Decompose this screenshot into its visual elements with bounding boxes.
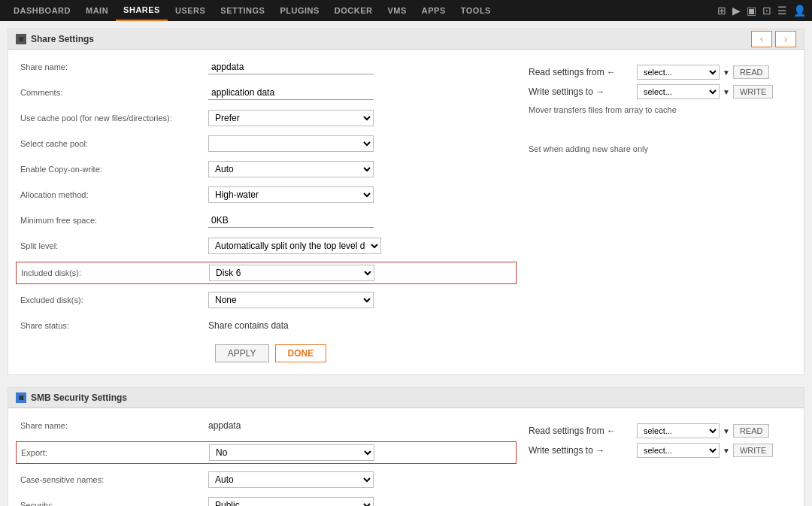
split-level-control: Automatically split only the top level d… bbox=[208, 238, 404, 254]
select-cache-pool-control bbox=[208, 135, 404, 152]
set-adding-note: Set when adding new share only bbox=[529, 144, 792, 153]
export-label: Export: bbox=[21, 448, 209, 457]
share-settings-buttons: APPLY DONE bbox=[20, 344, 521, 362]
security-select[interactable]: Public bbox=[208, 497, 374, 506]
read-button[interactable]: READ bbox=[733, 65, 770, 79]
smb-write-settings-row: Write settings to → select... ▼ WRITE bbox=[529, 443, 792, 458]
allocation-method-row: Allocation method: High-water bbox=[20, 185, 521, 205]
included-disks-select[interactable]: Disk 6 bbox=[209, 265, 374, 281]
smb-read-button[interactable]: READ bbox=[733, 424, 770, 438]
share-status-row: Share status: Share contains data bbox=[20, 316, 521, 335]
comments-row: Comments: bbox=[20, 83, 521, 102]
case-sensitive-row: Case-sensitive names: Auto bbox=[20, 470, 521, 489]
nav-icon-4[interactable]: ⊡ bbox=[762, 5, 771, 17]
enable-cow-select[interactable]: Auto bbox=[208, 161, 374, 177]
write-settings-select[interactable]: select... bbox=[637, 84, 720, 99]
nav-icon-1[interactable]: ⊞ bbox=[717, 5, 726, 17]
split-level-label: Split level: bbox=[20, 241, 208, 250]
smb-settings-content: Share name: appdata Export: No bbox=[20, 416, 792, 506]
share-name-input[interactable] bbox=[208, 60, 374, 74]
smb-share-name-row: Share name: appdata bbox=[20, 416, 521, 435]
case-sensitive-select[interactable]: Auto bbox=[208, 471, 374, 488]
nav-settings[interactable]: SETTINGS bbox=[213, 0, 272, 21]
comments-input[interactable] bbox=[208, 86, 374, 100]
enable-cow-label: Enable Copy-on-write: bbox=[20, 165, 208, 174]
included-disks-label: Included disk(s): bbox=[21, 268, 209, 277]
share-settings-apply-button[interactable]: APPLY bbox=[215, 344, 269, 362]
select-cache-pool-select[interactable] bbox=[208, 135, 374, 152]
min-free-space-input[interactable] bbox=[208, 214, 374, 228]
min-free-space-row: Minimum free space: bbox=[20, 211, 521, 230]
smb-read-settings-row: Read settings from ← select... ▼ READ bbox=[529, 423, 792, 438]
read-settings-select[interactable]: select... bbox=[637, 65, 720, 80]
excluded-disks-select[interactable]: None bbox=[208, 292, 374, 308]
smb-settings-right: Read settings from ← select... ▼ READ Wr… bbox=[529, 416, 792, 506]
share-settings-header: ■ Share Settings ‹ › bbox=[8, 29, 804, 50]
next-button[interactable]: › bbox=[775, 31, 796, 47]
nav-apps[interactable]: APPS bbox=[414, 0, 453, 21]
share-name-control bbox=[208, 60, 404, 74]
nav-dashboard[interactable]: DASHBOARD bbox=[6, 0, 78, 21]
min-free-space-control bbox=[208, 214, 404, 228]
export-control: No bbox=[209, 444, 404, 461]
nav-plugins[interactable]: PLUGINS bbox=[272, 0, 326, 21]
nav-shares[interactable]: SHARES bbox=[116, 0, 168, 21]
share-settings-body: Share name: Comments: Use bbox=[8, 50, 804, 374]
share-settings-title: Share Settings bbox=[31, 34, 94, 44]
nav-tools[interactable]: TOOLS bbox=[453, 0, 498, 21]
smb-read-settings-label: Read settings from ← bbox=[529, 426, 634, 436]
write-button[interactable]: WRITE bbox=[733, 85, 773, 98]
enable-cow-control: Auto bbox=[208, 161, 404, 177]
smb-settings-title: SMB Security Settings bbox=[31, 392, 127, 403]
read-settings-label: Read settings from ← bbox=[529, 67, 634, 77]
security-label: Security: bbox=[20, 501, 208, 506]
share-settings-done-button[interactable]: DONE bbox=[275, 344, 327, 362]
nav-icon-2[interactable]: ▶ bbox=[732, 5, 741, 17]
share-settings-left: Share name: Comments: Use bbox=[20, 57, 521, 367]
read-settings-row: Read settings from ← select... ▼ READ bbox=[529, 65, 792, 80]
smb-write-dropdown-icon: ▼ bbox=[723, 447, 730, 455]
smb-write-settings-select[interactable]: select... bbox=[637, 443, 720, 458]
split-level-select[interactable]: Automatically split only the top level d… bbox=[208, 238, 381, 254]
share-name-row: Share name: bbox=[20, 57, 521, 77]
share-status-label: Share status: bbox=[20, 321, 208, 330]
smb-share-name-text: appdata bbox=[208, 420, 241, 431]
nav-icon-5[interactable]: ☰ bbox=[777, 5, 787, 17]
nav-docker[interactable]: DOCKER bbox=[327, 0, 380, 21]
smb-write-settings-label: Write settings to → bbox=[529, 445, 634, 456]
smb-read-settings-select[interactable]: select... bbox=[637, 423, 720, 438]
write-settings-row: Write settings to → select... ▼ WRITE bbox=[529, 84, 792, 99]
navigation-buttons: ‹ › bbox=[751, 31, 796, 47]
use-cache-pool-label: Use cache pool (for new files/directorie… bbox=[20, 114, 208, 123]
comments-control bbox=[208, 86, 404, 100]
page-content: ■ Share Settings ‹ › Share name: bbox=[0, 21, 812, 506]
enable-cow-row: Enable Copy-on-write: Auto bbox=[20, 159, 521, 179]
nav-vms[interactable]: VMS bbox=[380, 0, 414, 21]
share-status-text: Share contains data bbox=[208, 320, 289, 331]
share-name-label: Share name: bbox=[20, 62, 208, 71]
share-settings-card: ■ Share Settings ‹ › Share name: bbox=[8, 29, 804, 375]
included-disks-row: Included disk(s): Disk 6 bbox=[16, 262, 517, 284]
export-select[interactable]: No bbox=[209, 444, 374, 461]
case-sensitive-label: Case-sensitive names: bbox=[20, 475, 208, 484]
nav-icon-3[interactable]: ▣ bbox=[747, 5, 756, 17]
select-cache-pool-label: Select cache pool: bbox=[20, 139, 208, 148]
share-settings-content: Share name: Comments: Use bbox=[20, 57, 792, 367]
share-settings-icon: ■ bbox=[16, 34, 26, 44]
use-cache-pool-select[interactable]: Prefer bbox=[208, 110, 374, 126]
included-disks-control: Disk 6 bbox=[209, 265, 404, 281]
nav-users[interactable]: USERS bbox=[168, 0, 213, 21]
nav-icon-6[interactable]: 👤 bbox=[793, 5, 806, 17]
use-cache-pool-row: Use cache pool (for new files/directorie… bbox=[20, 108, 521, 128]
share-status-value: Share contains data bbox=[208, 320, 404, 331]
prev-button[interactable]: ‹ bbox=[751, 31, 772, 47]
nav-main[interactable]: MAIN bbox=[78, 0, 116, 21]
use-cache-pool-control: Prefer bbox=[208, 110, 404, 126]
case-sensitive-control: Auto bbox=[208, 471, 404, 488]
allocation-method-select[interactable]: High-water bbox=[208, 186, 374, 203]
smb-write-button[interactable]: WRITE bbox=[733, 444, 773, 457]
excluded-disks-label: Excluded disk(s): bbox=[20, 295, 208, 305]
export-row: Export: No bbox=[16, 441, 517, 464]
security-control: Public bbox=[208, 497, 404, 506]
smb-settings-left: Share name: appdata Export: No bbox=[20, 416, 521, 506]
